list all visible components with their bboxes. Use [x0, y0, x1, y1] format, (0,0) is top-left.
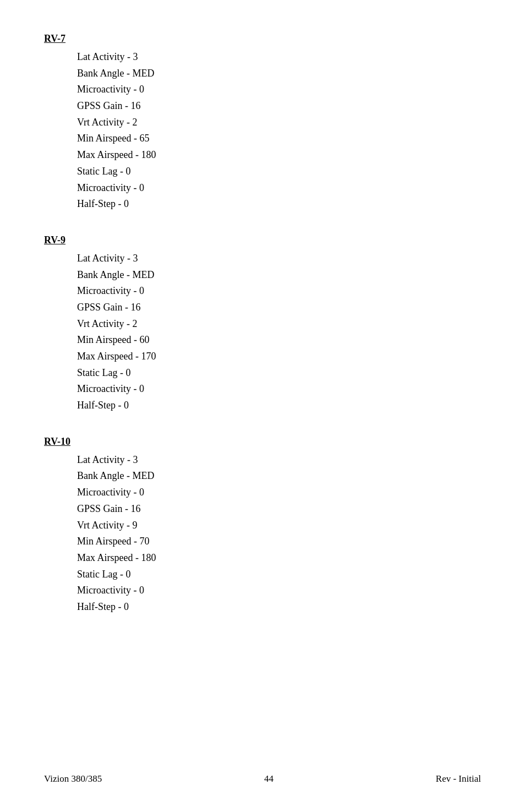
footer-center: 44 — [264, 773, 274, 784]
section-rv9: RV-9Lat Activity - 3Bank Angle - MEDMicr… — [44, 235, 481, 414]
list-item: Bank Angle - MED — [77, 66, 481, 82]
section-title-rv10: RV-10 — [44, 436, 481, 448]
footer-left: Vizion 380/385 — [44, 773, 102, 784]
list-item: Microactivity - 0 — [77, 484, 481, 501]
list-item: Vrt Activity - 9 — [77, 517, 481, 534]
list-item: Min Airspeed - 70 — [77, 533, 481, 550]
list-item: Lat Activity - 3 — [77, 49, 481, 66]
list-item: Microactivity - 0 — [77, 381, 481, 397]
list-item: Max Airspeed - 180 — [77, 550, 481, 566]
list-item: Min Airspeed - 60 — [77, 332, 481, 348]
list-item: Max Airspeed - 170 — [77, 348, 481, 365]
list-item: GPSS Gain - 16 — [77, 501, 481, 517]
list-item: Lat Activity - 3 — [77, 452, 481, 468]
list-item: Bank Angle - MED — [77, 267, 481, 284]
list-item: Microactivity - 0 — [77, 81, 481, 98]
list-item: Half-Step - 0 — [77, 599, 481, 615]
footer: Vizion 380/385 44 Rev - Initial — [44, 773, 481, 784]
section-title-rv9: RV-9 — [44, 235, 481, 246]
list-item: Microactivity - 0 — [77, 582, 481, 599]
list-item: Half-Step - 0 — [77, 397, 481, 414]
section-rv10: RV-10Lat Activity - 3Bank Angle - MEDMic… — [44, 436, 481, 615]
list-item: Static Lag - 0 — [77, 365, 481, 382]
section-items-rv10: Lat Activity - 3Bank Angle - MEDMicroact… — [77, 452, 481, 615]
section-rv7: RV-7Lat Activity - 3Bank Angle - MEDMicr… — [44, 33, 481, 212]
list-item: Static Lag - 0 — [77, 164, 481, 180]
list-item: Max Airspeed - 180 — [77, 147, 481, 164]
section-items-rv9: Lat Activity - 3Bank Angle - MEDMicroact… — [77, 250, 481, 414]
list-item: Microactivity - 0 — [77, 283, 481, 299]
list-item: Static Lag - 0 — [77, 566, 481, 583]
list-item: GPSS Gain - 16 — [77, 299, 481, 316]
footer-right: Rev - Initial — [436, 773, 481, 784]
list-item: GPSS Gain - 16 — [77, 98, 481, 115]
list-item: Microactivity - 0 — [77, 180, 481, 197]
page-container: RV-7Lat Activity - 3Bank Angle - MEDMicr… — [0, 0, 525, 812]
list-item: Half-Step - 0 — [77, 196, 481, 212]
list-item: Bank Angle - MED — [77, 468, 481, 484]
section-items-rv7: Lat Activity - 3Bank Angle - MEDMicroact… — [77, 49, 481, 212]
list-item: Min Airspeed - 65 — [77, 130, 481, 147]
list-item: Vrt Activity - 2 — [77, 316, 481, 333]
section-title-rv7: RV-7 — [44, 33, 481, 45]
list-item: Lat Activity - 3 — [77, 250, 481, 267]
list-item: Vrt Activity - 2 — [77, 115, 481, 131]
